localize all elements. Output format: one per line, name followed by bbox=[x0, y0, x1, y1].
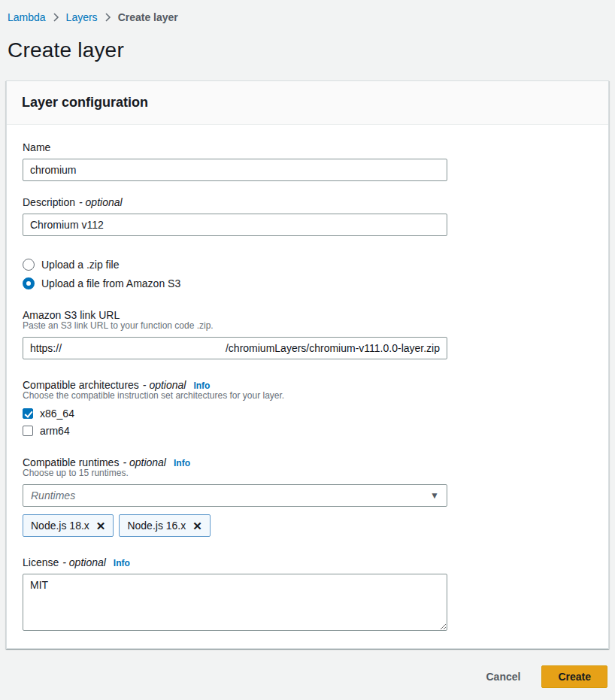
radio-upload-s3-label: Upload a file from Amazon S3 bbox=[41, 277, 180, 289]
upload-type-radio-group: Upload a .zip file Upload a file from Am… bbox=[23, 259, 593, 289]
architectures-optional-label: - optional bbox=[143, 379, 186, 391]
s3-url-prefix: https:// bbox=[30, 342, 62, 354]
radio-upload-zip-label: Upload a .zip file bbox=[41, 259, 120, 271]
name-field: Name bbox=[23, 141, 593, 181]
license-info-link[interactable]: Info bbox=[114, 558, 130, 568]
runtime-token-label: Node.js 18.x bbox=[31, 520, 89, 532]
runtimes-select-placeholder: Runtimes bbox=[31, 489, 75, 502]
radio-selected-icon bbox=[23, 277, 35, 289]
checkbox-x86-64[interactable]: x86_64 bbox=[23, 408, 593, 420]
description-field: Description - optional bbox=[23, 196, 593, 236]
create-layer-page: Lambda Layers Create layer Create layer … bbox=[0, 0, 615, 688]
license-label: License bbox=[23, 556, 59, 568]
runtime-token-label: Node.js 16.x bbox=[127, 520, 186, 532]
runtimes-field: Compatible runtimes - optional Info Choo… bbox=[23, 456, 593, 537]
s3-url-suffix: /chromiumLayers/chromium-v111.0.0-layer.… bbox=[226, 342, 440, 354]
breadcrumb: Lambda Layers Create layer bbox=[6, 0, 609, 23]
breadcrumb-link-layers[interactable]: Layers bbox=[66, 11, 98, 23]
license-optional-label: - optional bbox=[62, 556, 106, 568]
s3-url-input[interactable]: https:// /chromiumLayers/chromium-v111.0… bbox=[23, 337, 447, 359]
checkbox-unchecked-icon bbox=[23, 426, 33, 436]
layer-configuration-panel: Layer configuration Name Description - o… bbox=[6, 80, 609, 649]
runtime-token-list: Node.js 18.x ✕ Node.js 16.x ✕ bbox=[23, 514, 593, 537]
architectures-info-link[interactable]: Info bbox=[193, 380, 210, 391]
breadcrumb-link-lambda[interactable]: Lambda bbox=[8, 11, 46, 23]
checkbox-checked-icon bbox=[23, 408, 33, 419]
description-input[interactable] bbox=[23, 214, 447, 236]
architectures-checkbox-group: x86_64 arm64 bbox=[23, 408, 593, 437]
cancel-button[interactable]: Cancel bbox=[486, 671, 520, 683]
chevron-right-icon bbox=[105, 13, 111, 22]
token-dismiss-icon[interactable]: ✕ bbox=[96, 520, 106, 532]
create-button[interactable]: Create bbox=[541, 665, 607, 688]
panel-title: Layer configuration bbox=[22, 95, 593, 111]
token-dismiss-icon[interactable]: ✕ bbox=[192, 520, 202, 532]
chevron-down-icon: ▼ bbox=[430, 491, 439, 500]
breadcrumb-current: Create layer bbox=[118, 11, 178, 23]
license-field: License - optional Info MIT bbox=[23, 556, 593, 633]
name-label: Name bbox=[23, 141, 50, 153]
s3-url-label: Amazon S3 link URL bbox=[23, 309, 120, 321]
architectures-label: Compatible architectures bbox=[23, 379, 139, 391]
runtimes-select[interactable]: Runtimes ▼ bbox=[23, 484, 447, 507]
runtimes-helper: Choose up to 15 runtimes. bbox=[23, 468, 593, 478]
checkbox-arm64[interactable]: arm64 bbox=[23, 425, 593, 437]
architectures-helper: Choose the compatible instruction set ar… bbox=[23, 390, 593, 401]
license-textarea[interactable]: MIT bbox=[23, 574, 447, 631]
radio-upload-zip-file[interactable]: Upload a .zip file bbox=[23, 259, 593, 271]
checkbox-x86-64-label: x86_64 bbox=[40, 408, 74, 420]
radio-upload-from-s3[interactable]: Upload a file from Amazon S3 bbox=[23, 277, 593, 289]
name-input[interactable] bbox=[23, 159, 447, 181]
radio-unselected-icon bbox=[23, 259, 35, 271]
panel-body: Name Description - optional Upload a .zi… bbox=[7, 125, 608, 648]
page-title: Create layer bbox=[6, 23, 609, 80]
description-label: Description bbox=[23, 196, 75, 208]
s3-url-field: Amazon S3 link URL Paste an S3 link URL … bbox=[23, 309, 593, 359]
description-optional-label: - optional bbox=[79, 196, 123, 208]
s3-url-helper: Paste an S3 link URL to your function co… bbox=[23, 320, 593, 331]
panel-header: Layer configuration bbox=[7, 81, 608, 125]
runtimes-info-link[interactable]: Info bbox=[174, 458, 190, 468]
runtimes-label: Compatible runtimes bbox=[23, 456, 119, 468]
runtime-token-nodejs16: Node.js 16.x ✕ bbox=[119, 514, 210, 537]
form-actions: Cancel Create bbox=[6, 649, 609, 688]
architectures-field: Compatible architectures - optional Info… bbox=[23, 379, 593, 437]
runtime-token-nodejs18: Node.js 18.x ✕ bbox=[23, 514, 114, 537]
runtimes-optional-label: - optional bbox=[123, 456, 166, 468]
chevron-right-icon bbox=[53, 13, 59, 22]
checkbox-arm64-label: arm64 bbox=[40, 425, 70, 437]
